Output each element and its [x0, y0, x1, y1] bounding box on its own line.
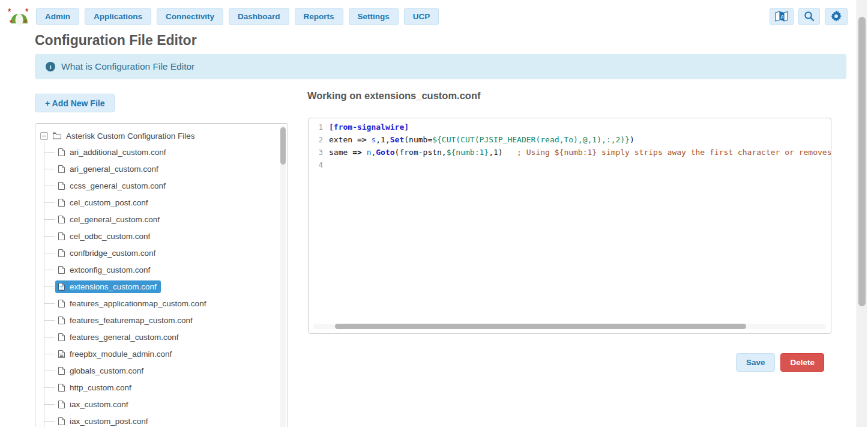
- tree-file-cel_odbc_custom.conf[interactable]: cel_odbc_custom.conf: [55, 230, 154, 243]
- code-line: 4: [309, 159, 831, 171]
- nav-item-dashboard[interactable]: Dashboard: [229, 8, 289, 25]
- info-banner-text: What is Configuration File Editor: [61, 61, 194, 72]
- file-icon: [58, 366, 65, 375]
- svg-text:*: *: [10, 19, 13, 26]
- tree-file-http_custom.conf[interactable]: http_custom.conf: [55, 381, 136, 394]
- nav-item-applications[interactable]: Applications: [85, 8, 151, 25]
- tree-file-globals_custom.conf[interactable]: globals_custom.conf: [55, 365, 148, 377]
- language-icon[interactable]: A: [770, 8, 794, 25]
- tree-file-features_general_custom.conf[interactable]: features_general_custom.conf: [55, 331, 183, 344]
- tree-file-iax_custom.conf[interactable]: iax_custom.conf: [55, 398, 133, 411]
- file-icon: [58, 333, 65, 342]
- tree-file-freepbx_module_admin.conf[interactable]: freepbx_module_admin.conf: [55, 348, 176, 360]
- tree-file-label: features_featuremap_custom.conf: [70, 316, 193, 325]
- file-text-icon: [58, 282, 65, 291]
- navbar-right-icons: A: [770, 8, 848, 25]
- tree-row: cel_custom_post.conf: [35, 194, 279, 211]
- tree-file-label: ari_additional_custom.conf: [70, 148, 166, 157]
- svg-text:*: *: [25, 7, 29, 16]
- info-icon: i: [46, 62, 55, 71]
- tree-file-extconfig_custom.conf[interactable]: extconfig_custom.conf: [55, 264, 154, 276]
- add-new-file-button[interactable]: + Add New File: [35, 94, 115, 112]
- editor-actions: Save Delete: [308, 353, 824, 372]
- tree-file-ari_additional_custom.conf[interactable]: ari_additional_custom.conf: [55, 146, 170, 159]
- svg-text:*: *: [24, 19, 27, 26]
- tree-file-label: cel_general_custom.conf: [70, 215, 160, 224]
- tree-file-label: confbridge_custom.conf: [70, 249, 155, 258]
- tree-file-cel_general_custom.conf[interactable]: cel_general_custom.conf: [55, 213, 164, 226]
- freepbx-frog-logo-icon[interactable]: * * * *: [6, 5, 32, 27]
- code-line-text: exten => s,1,Set(numb=${CUT(CUT(PJSIP_HE…: [329, 135, 634, 144]
- top-navbar: * * * * AdminApplicationsConnectivityDas…: [0, 0, 868, 30]
- tree-file-label: iax_custom_post.conf: [70, 417, 148, 426]
- tree-file-features_applicationmap_custom.conf[interactable]: features_applicationmap_custom.conf: [55, 297, 210, 310]
- delete-button[interactable]: Delete: [780, 353, 824, 372]
- file-icon: [58, 148, 65, 157]
- tree-file-confbridge_custom.conf[interactable]: confbridge_custom.conf: [55, 247, 160, 259]
- code-line: 1[from-signalwire]: [309, 121, 831, 133]
- code-line-text: [from-signalwire]: [329, 123, 409, 132]
- tree-file-label: cel_custom_post.conf: [70, 198, 148, 207]
- tree-file-list: ari_additional_custom.confari_general_cu…: [35, 144, 279, 427]
- file-icon: [58, 299, 65, 308]
- tree-root-folder[interactable]: Asterisk Custom Configuration Files: [52, 132, 195, 141]
- nav-item-connectivity[interactable]: Connectivity: [157, 8, 223, 25]
- tree-file-label: features_general_custom.conf: [70, 333, 179, 342]
- file-tree-panel: Asterisk Custom Configuration Files ari_…: [35, 123, 288, 427]
- tree-row: ccss_general_custom.conf: [35, 177, 279, 194]
- line-number: 2: [309, 136, 329, 144]
- tree-row: ari_general_custom.conf: [35, 160, 279, 177]
- tree-row: features_applicationmap_custom.conf: [35, 295, 279, 312]
- tree-row: ari_additional_custom.conf: [35, 144, 279, 160]
- tree-row: cel_odbc_custom.conf: [35, 228, 279, 244]
- search-icon[interactable]: [798, 8, 820, 25]
- tree-file-label: http_custom.conf: [70, 383, 131, 392]
- nav-item-ucp[interactable]: UCP: [404, 8, 439, 25]
- file-icon: [58, 181, 65, 190]
- tree-scrollbar-thumb[interactable]: [280, 127, 286, 165]
- line-number: 4: [309, 161, 329, 169]
- code-line-text: same => n,Goto(from-pstn,${numb:1},1) ; …: [329, 148, 831, 157]
- tree-row: iax_custom_post.conf: [35, 413, 279, 427]
- tree-file-label: extconfig_custom.conf: [70, 265, 150, 274]
- file-icon: [58, 383, 65, 392]
- file-icon: [58, 400, 65, 409]
- config-editor-panel[interactable]: 1[from-signalwire]2exten => s,1,Set(numb…: [308, 118, 831, 334]
- line-number: 3: [309, 148, 329, 157]
- tree-file-cel_custom_post.conf[interactable]: cel_custom_post.conf: [55, 196, 152, 209]
- page-scrollbar-thumb[interactable]: [858, 17, 866, 306]
- main-menu: AdminApplicationsConnectivityDashboardRe…: [36, 8, 439, 25]
- tree-file-iax_custom_post.conf[interactable]: iax_custom_post.conf: [55, 415, 152, 427]
- page-scrollbar[interactable]: [857, 0, 867, 427]
- file-text-icon: [58, 350, 65, 359]
- save-button[interactable]: Save: [736, 353, 776, 372]
- tree-row: iax_custom.conf: [35, 396, 279, 413]
- tree-file-extensions_custom.conf[interactable]: extensions_custom.conf: [55, 280, 161, 293]
- tree-row: globals_custom.conf: [35, 362, 279, 379]
- line-number: 1: [309, 123, 329, 132]
- tree-file-features_featuremap_custom.conf[interactable]: features_featuremap_custom.conf: [55, 314, 197, 327]
- info-banner[interactable]: i What is Configuration File Editor: [35, 54, 846, 79]
- tree-scrollbar[interactable]: [280, 126, 286, 427]
- editor-horizontal-scrollbar[interactable]: [313, 324, 826, 329]
- tree-row: cel_general_custom.conf: [35, 211, 279, 228]
- nav-item-admin[interactable]: Admin: [36, 8, 79, 25]
- tree-collapse-toggle-icon[interactable]: [40, 132, 48, 140]
- tree-file-label: extensions_custom.conf: [70, 282, 157, 291]
- gear-icon[interactable]: [825, 8, 848, 25]
- tree-row: freepbx_module_admin.conf: [35, 345, 279, 362]
- working-on-title: Working on extensions_custom.conf: [307, 90, 480, 101]
- editor-hscrollbar-thumb[interactable]: [335, 324, 746, 329]
- tree-file-label: ccss_general_custom.conf: [70, 181, 166, 190]
- nav-item-settings[interactable]: Settings: [349, 8, 399, 25]
- tree-file-ccss_general_custom.conf[interactable]: ccss_general_custom.conf: [55, 180, 170, 192]
- tree-file-label: iax_custom.conf: [70, 400, 128, 409]
- tree-row: extconfig_custom.conf: [35, 261, 279, 278]
- code-area[interactable]: 1[from-signalwire]2exten => s,1,Set(numb…: [309, 121, 831, 320]
- tree-row: confbridge_custom.conf: [35, 244, 279, 261]
- tree-file-ari_general_custom.conf[interactable]: ari_general_custom.conf: [55, 163, 163, 175]
- file-icon: [58, 249, 65, 258]
- tree-file-label: freepbx_module_admin.conf: [70, 350, 172, 359]
- nav-item-reports[interactable]: Reports: [295, 8, 343, 25]
- folder-icon: [52, 132, 62, 140]
